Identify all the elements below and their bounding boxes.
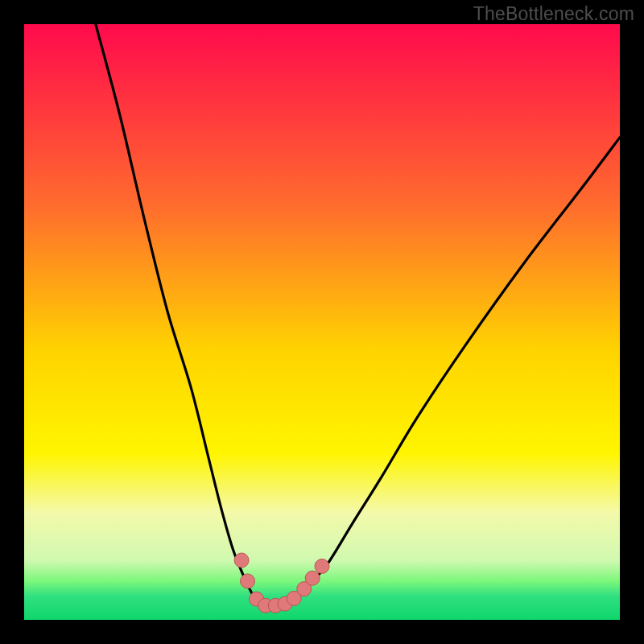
marker-dot (241, 574, 255, 588)
marker-dot (315, 559, 329, 573)
marker-dot (234, 553, 249, 568)
bottleneck-chart (0, 0, 644, 644)
plot-background (24, 24, 620, 620)
chart-stage: TheBottleneck.com (0, 0, 644, 644)
marker-dot (305, 571, 320, 585)
watermark-text: TheBottleneck.com (473, 3, 634, 25)
